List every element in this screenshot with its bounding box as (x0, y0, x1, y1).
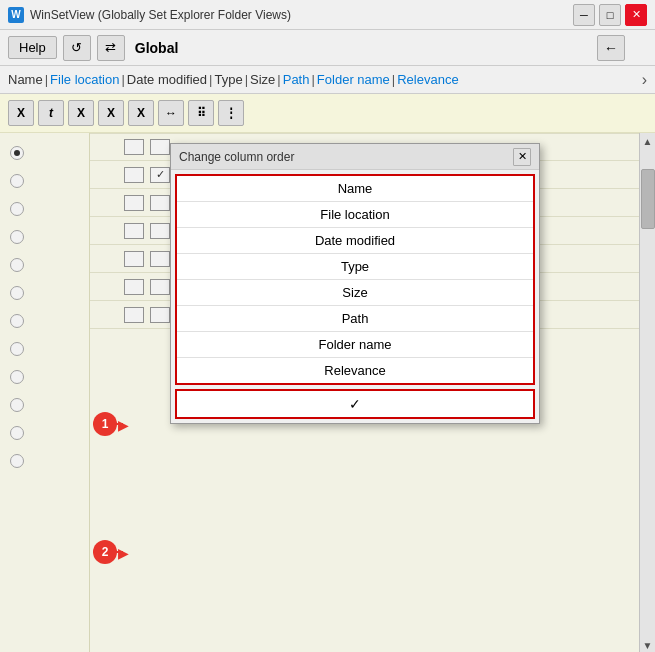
x-button-2[interactable]: X (68, 100, 94, 126)
close-button[interactable]: ✕ (625, 4, 647, 26)
list-item-type[interactable]: Type (177, 254, 533, 280)
x-button-4[interactable]: X (128, 100, 154, 126)
window-controls: ─ □ ✕ (573, 4, 647, 26)
col-relevance[interactable]: Relevance (397, 72, 458, 87)
column-header-bar: Name | File location | Date modified | T… (0, 66, 655, 94)
x-button-1[interactable]: X (8, 100, 34, 126)
col-name[interactable]: Name (8, 72, 43, 87)
app-icon: W (8, 7, 24, 23)
annotation-1-group: 1 ▶ (93, 423, 123, 425)
list-item-folder-name[interactable]: Folder name (177, 332, 533, 358)
back-button[interactable]: ← (597, 35, 625, 61)
maximize-button[interactable]: □ (599, 4, 621, 26)
list-item-date-modified[interactable]: Date modified (177, 228, 533, 254)
col-file-location[interactable]: File location (50, 72, 119, 87)
chevron-right-icon[interactable]: › (642, 71, 647, 89)
toolbar: Help ↺ ⇄ Global ← (0, 30, 655, 66)
list-item-file-location[interactable]: File location (177, 202, 533, 228)
sync-icon: ⇄ (105, 40, 116, 55)
t-button[interactable]: t (38, 100, 64, 126)
modal-title: Change column order (179, 150, 513, 164)
modal-checkmark-confirm[interactable]: ✓ (175, 389, 535, 419)
col-type[interactable]: Type (214, 72, 242, 87)
close-icon: ✕ (518, 150, 527, 163)
annotation-badge-2: 2 (93, 540, 117, 564)
sync-button[interactable]: ⇄ (97, 35, 125, 61)
change-column-order-dialog: Change column order ✕ Name File location… (170, 143, 540, 424)
list-item-path[interactable]: Path (177, 306, 533, 332)
column-order-list: Name File location Date modified Type Si… (175, 174, 535, 385)
action-button-row: X t X X X ↔ ⠿ ⋮ (0, 94, 655, 133)
list-item-relevance[interactable]: Relevance (177, 358, 533, 383)
reset-button[interactable]: ↺ (63, 35, 91, 61)
modal-close-button[interactable]: ✕ (513, 148, 531, 166)
back-icon: ← (604, 40, 618, 56)
col-size[interactable]: Size (250, 72, 275, 87)
modal-titlebar: Change column order ✕ (171, 144, 539, 170)
annotation-badge-1: 1 (93, 412, 117, 436)
grid-button[interactable]: ⠿ (188, 100, 214, 126)
x-button-3[interactable]: X (98, 100, 124, 126)
help-button[interactable]: Help (8, 36, 57, 59)
arrow-right-icon-1: ▶ (118, 417, 129, 433)
minimize-button[interactable]: ─ (573, 4, 595, 26)
col-path[interactable]: Path (283, 72, 310, 87)
main-area: Type ✓ Item type Perceived type Co (0, 133, 655, 652)
more-button[interactable]: ⋮ (218, 100, 244, 126)
list-item-size[interactable]: Size (177, 280, 533, 306)
column-headers: Name | File location | Date modified | T… (8, 72, 638, 87)
col-folder-name[interactable]: Folder name (317, 72, 390, 87)
view-title: Global (135, 40, 591, 56)
title-bar: W WinSetView (Globally Set Explorer Fold… (0, 0, 655, 30)
checkmark-confirm-icon: ✓ (349, 396, 361, 412)
list-item-name[interactable]: Name (177, 176, 533, 202)
arrow-right-icon-2: ▶ (118, 545, 129, 561)
swap-button[interactable]: ↔ (158, 100, 184, 126)
annotation-2-group: 2 ▶ (93, 551, 123, 553)
reset-icon: ↺ (71, 40, 82, 55)
col-date-modified[interactable]: Date modified (127, 72, 207, 87)
window-title: WinSetView (Globally Set Explorer Folder… (30, 8, 567, 22)
